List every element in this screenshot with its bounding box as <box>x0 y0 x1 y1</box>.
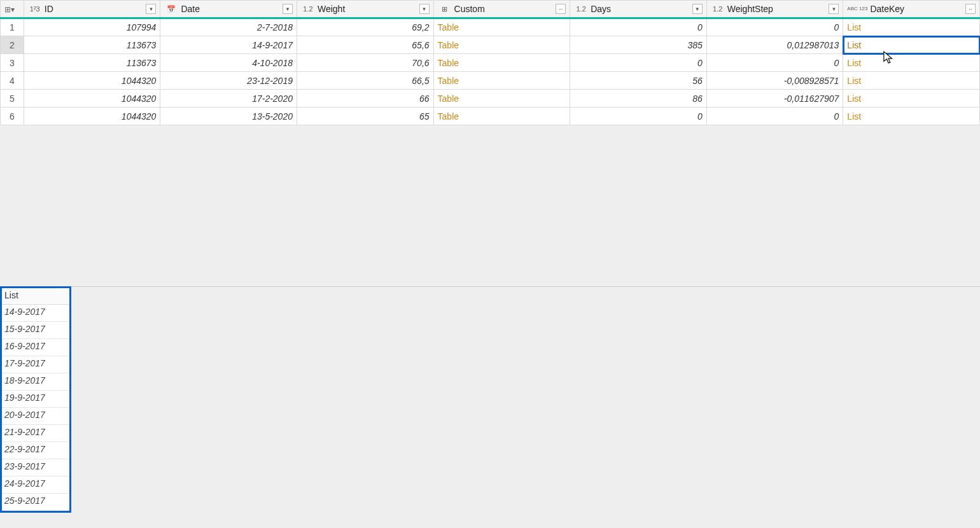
column-header-days[interactable]: 1.2 Days ▼ <box>570 1 707 18</box>
list-item[interactable]: 25-9-2017 <box>2 494 69 511</box>
cell-id[interactable]: 1044320 <box>24 72 160 90</box>
list-item[interactable]: 22-9-2017 <box>2 442 69 459</box>
filter-icon[interactable]: ▼ <box>692 4 703 14</box>
cell-date[interactable]: 2-7-2018 <box>160 18 297 36</box>
structured-link[interactable]: Table <box>438 22 459 32</box>
list-item[interactable]: 21-9-2017 <box>2 425 69 442</box>
row-index[interactable]: 1 <box>1 18 24 36</box>
list-item[interactable]: 20-9-2017 <box>2 408 69 425</box>
cell-date[interactable]: 13-5-2020 <box>160 108 297 125</box>
structured-link[interactable]: List <box>847 22 861 32</box>
column-name: Days <box>591 4 690 14</box>
structured-link[interactable]: List <box>847 40 861 50</box>
column-header-datekey[interactable]: ABC 123 DateKey ↔ <box>843 1 980 18</box>
cell-days[interactable]: 86 <box>570 90 707 108</box>
structured-link[interactable]: Table <box>438 111 459 122</box>
cell-weightstep[interactable]: 0 <box>706 18 843 36</box>
cell-date[interactable]: 4-10-2018 <box>160 54 297 72</box>
table-row[interactable]: 5104432017-2-202066Table86-0,011627907Li… <box>1 90 980 108</box>
column-header-weight[interactable]: 1.2 Weight ▼ <box>297 1 433 18</box>
table-corner[interactable]: ⊞▾ <box>1 1 24 18</box>
list-item[interactable]: 19-9-2017 <box>2 391 69 408</box>
structured-link[interactable]: Table <box>438 76 459 86</box>
structured-link[interactable]: Table <box>438 94 459 104</box>
preview-pane: List 14-9-201715-9-201716-9-201717-9-201… <box>0 286 980 528</box>
list-preview[interactable]: List 14-9-201715-9-201716-9-201717-9-201… <box>0 286 71 513</box>
cell-custom[interactable]: Table <box>433 54 570 72</box>
table-row[interactable]: 11079942-7-201869,2Table00List <box>1 18 980 36</box>
cell-days[interactable]: 385 <box>570 36 707 54</box>
cell-custom[interactable]: Table <box>433 108 570 125</box>
structured-link[interactable]: Table <box>438 58 459 68</box>
structured-link[interactable]: List <box>847 94 861 104</box>
cell-days[interactable]: 0 <box>570 54 707 72</box>
column-header-id[interactable]: 1²3 ID ▼ <box>24 1 160 18</box>
cell-id[interactable]: 107994 <box>24 18 160 36</box>
cell-datekey[interactable]: List <box>843 108 980 125</box>
cell-weightstep[interactable]: 0 <box>706 54 843 72</box>
cell-weight[interactable]: 66,5 <box>297 72 433 90</box>
cell-weight[interactable]: 69,2 <box>297 18 433 36</box>
filter-icon[interactable]: ▼ <box>829 4 839 14</box>
list-item[interactable]: 17-9-2017 <box>2 356 69 373</box>
table-row[interactable]: 6104432013-5-202065Table00List <box>1 108 980 125</box>
filter-icon[interactable]: ▼ <box>419 4 430 14</box>
cell-id[interactable]: 113673 <box>24 36 160 54</box>
structured-link[interactable]: Table <box>438 40 459 50</box>
list-item[interactable]: 18-9-2017 <box>2 373 69 391</box>
row-index[interactable]: 6 <box>1 108 24 125</box>
row-index[interactable]: 3 <box>1 54 24 72</box>
structured-link[interactable]: List <box>847 111 861 122</box>
cell-datekey[interactable]: List <box>843 18 980 36</box>
row-index[interactable]: 4 <box>1 72 24 90</box>
cell-days[interactable]: 56 <box>570 72 707 90</box>
cell-id[interactable]: 113673 <box>24 54 160 72</box>
list-item[interactable]: 16-9-2017 <box>2 339 69 356</box>
cell-weightstep[interactable]: 0 <box>706 108 843 125</box>
cell-weightstep[interactable]: -0,011627907 <box>706 90 843 108</box>
row-index[interactable]: 5 <box>1 90 24 108</box>
cell-custom[interactable]: Table <box>433 90 570 108</box>
filter-icon[interactable]: ▼ <box>146 4 156 14</box>
column-header-date[interactable]: 📅 Date ▼ <box>160 1 297 18</box>
expand-icon[interactable]: ↔ <box>965 4 976 14</box>
cell-id[interactable]: 1044320 <box>24 108 160 125</box>
type-icon-number-whole: 1²3 <box>28 5 42 13</box>
table-row[interactable]: 4104432023-12-201966,5Table56-0,00892857… <box>1 72 980 90</box>
list-item[interactable]: 23-9-2017 <box>2 459 69 476</box>
cell-date[interactable]: 14-9-2017 <box>160 36 297 54</box>
cell-date[interactable]: 23-12-2019 <box>160 72 297 90</box>
column-name: WeightStep <box>727 4 827 14</box>
column-header-weightstep[interactable]: 1.2 WeightStep ▼ <box>706 1 843 18</box>
cell-custom[interactable]: Table <box>433 72 570 90</box>
cell-datekey[interactable]: List <box>843 54 980 72</box>
list-item[interactable]: 14-9-2017 <box>2 305 69 322</box>
cell-custom[interactable]: Table <box>433 36 570 54</box>
column-header-custom[interactable]: ⊞ Custom ↔ <box>433 1 570 18</box>
filter-icon[interactable]: ▼ <box>283 4 293 14</box>
cell-datekey[interactable]: List <box>843 72 980 90</box>
cell-datekey[interactable]: List <box>843 36 980 54</box>
cell-weightstep[interactable]: -0,008928571 <box>706 72 843 90</box>
data-table: ⊞▾ 1²3 ID ▼ 📅 Date ▼ <box>0 0 980 125</box>
row-index[interactable]: 2 <box>1 36 24 54</box>
table-row[interactable]: 31136734-10-201870,6Table00List <box>1 54 980 72</box>
cell-weight[interactable]: 65,6 <box>297 36 433 54</box>
cell-days[interactable]: 0 <box>570 108 707 125</box>
table-row[interactable]: 211367314-9-201765,6Table3850,012987013L… <box>1 36 980 54</box>
cell-weightstep[interactable]: 0,012987013 <box>706 36 843 54</box>
cell-datekey[interactable]: List <box>843 90 980 108</box>
list-item[interactable]: 15-9-2017 <box>2 322 69 339</box>
cell-weight[interactable]: 66 <box>297 90 433 108</box>
expand-icon[interactable]: ↔ <box>556 4 566 14</box>
list-item[interactable]: 24-9-2017 <box>2 476 69 494</box>
cell-id[interactable]: 1044320 <box>24 90 160 108</box>
cell-weight[interactable]: 70,6 <box>297 54 433 72</box>
structured-link[interactable]: List <box>847 76 861 86</box>
cell-days[interactable]: 0 <box>570 18 707 36</box>
cell-custom[interactable]: Table <box>433 18 570 36</box>
structured-link[interactable]: List <box>847 58 861 68</box>
cell-date[interactable]: 17-2-2020 <box>160 90 297 108</box>
cell-weight[interactable]: 65 <box>297 108 433 125</box>
table-body: 11079942-7-201869,2Table00List211367314-… <box>1 18 980 125</box>
